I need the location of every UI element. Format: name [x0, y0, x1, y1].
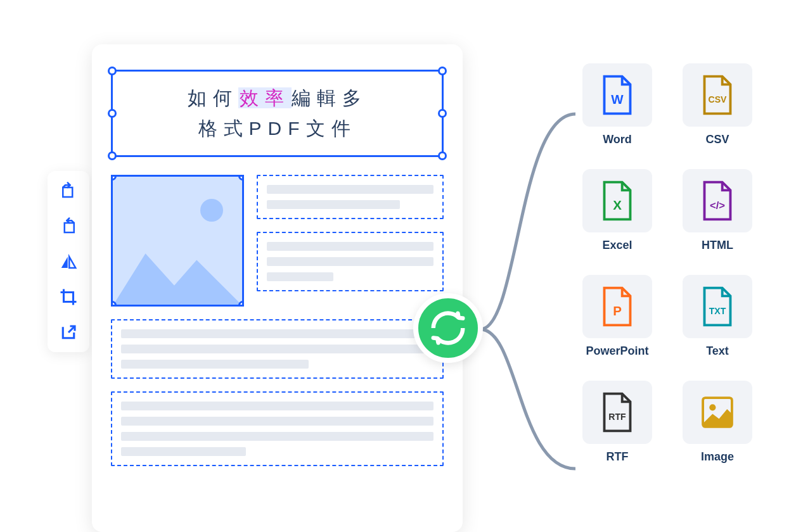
format-label: Excel [602, 239, 632, 252]
rotate-right-button[interactable] [56, 179, 80, 203]
svg-rect-0 [63, 187, 72, 197]
flip-button[interactable] [56, 250, 80, 274]
format-label: HTML [702, 239, 733, 252]
image-mountain-shape [113, 234, 242, 305]
text-line [267, 185, 433, 194]
image-edit-toolbar [48, 171, 89, 352]
powerpoint-file-icon: P [582, 275, 652, 338]
text-line [121, 345, 433, 353]
format-csv[interactable]: CSV CSV [677, 63, 758, 146]
resize-handle[interactable] [111, 175, 117, 180]
format-excel[interactable]: X Excel [577, 169, 658, 252]
text-block-placeholder[interactable] [111, 391, 444, 466]
format-word[interactable]: W Word [577, 63, 658, 146]
rtf-file-icon: RTF [582, 381, 652, 444]
text-line [121, 447, 246, 456]
text-line [121, 329, 433, 338]
format-powerpoint[interactable]: P PowerPoint [577, 275, 658, 358]
format-text[interactable]: TXT Text [677, 275, 758, 358]
text-block-placeholder[interactable] [111, 319, 444, 379]
text-file-icon: TXT [683, 275, 752, 338]
word-file-icon: W [582, 63, 652, 127]
format-label: Image [701, 450, 734, 464]
svg-rect-1 [65, 223, 74, 232]
text-line [121, 402, 433, 410]
title-text: 如何效率編輯多 格式PDF文件 [125, 83, 429, 144]
resize-handle[interactable] [238, 175, 244, 180]
resize-handle[interactable] [108, 109, 117, 118]
svg-point-10 [709, 404, 716, 410]
text-line [121, 360, 309, 369]
format-label: RTF [607, 450, 629, 464]
text-line [267, 200, 400, 209]
resize-handle[interactable] [108, 151, 117, 160]
rotate-left-button[interactable] [56, 214, 80, 238]
text-line [267, 272, 333, 281]
format-label: Text [706, 345, 729, 358]
svg-text:W: W [611, 92, 624, 106]
svg-text:TXT: TXT [709, 306, 726, 316]
text-line [121, 417, 433, 426]
resize-handle[interactable] [238, 301, 244, 307]
resize-handle[interactable] [108, 66, 117, 75]
editable-title-box[interactable]: 如何效率編輯多 格式PDF文件 [111, 70, 444, 157]
pdf-document-preview: 如何效率編輯多 格式PDF文件 [92, 44, 463, 532]
svg-text:RTF: RTF [608, 412, 626, 422]
format-image[interactable]: Image [677, 381, 758, 464]
format-label: CSV [705, 133, 729, 146]
svg-text:P: P [613, 303, 622, 318]
export-format-grid: W Word CSV CSV X Excel [577, 63, 758, 464]
format-rtf[interactable]: RTF RTF [577, 381, 658, 464]
resize-handle[interactable] [438, 66, 447, 75]
image-file-icon [683, 381, 752, 444]
format-html[interactable]: </> HTML [677, 169, 758, 252]
resize-handle[interactable] [438, 109, 447, 118]
svg-text:</>: </> [710, 200, 725, 212]
connector-lines [480, 95, 575, 488]
text-block-placeholder[interactable] [257, 232, 444, 291]
excel-file-icon: X [582, 169, 652, 232]
convert-sync-icon [413, 293, 483, 363]
svg-text:CSV: CSV [709, 94, 728, 104]
svg-text:X: X [613, 198, 622, 212]
crop-button[interactable] [56, 285, 80, 309]
format-label: PowerPoint [586, 345, 648, 358]
format-label: Word [603, 133, 632, 146]
selected-image-placeholder[interactable] [111, 175, 244, 307]
csv-file-icon: CSV [683, 63, 752, 127]
text-line [121, 432, 433, 441]
text-block-placeholder[interactable] [257, 175, 444, 219]
text-line [267, 242, 433, 251]
resize-handle[interactable] [438, 151, 447, 160]
export-button[interactable] [56, 320, 80, 345]
html-file-icon: </> [683, 169, 752, 232]
image-sun-shape [200, 199, 223, 222]
text-line [267, 257, 433, 266]
